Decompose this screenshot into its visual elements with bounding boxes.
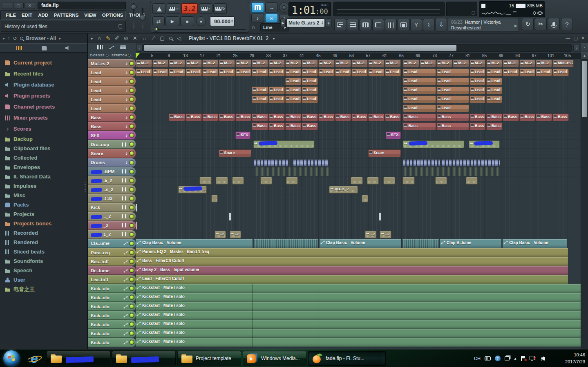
track-enable-led[interactable] — [130, 62, 134, 65]
browser-item[interactable]: Rendered — [0, 238, 83, 247]
vertical-scroll-thumb[interactable] — [582, 61, 587, 117]
browser-item[interactable]: Speech — [0, 266, 83, 275]
track-enable-led[interactable] — [130, 170, 134, 173]
browser-item[interactable]: Projects bones — [0, 219, 83, 228]
playlist-clip[interactable]: Kickstart - Mute / solo — [136, 293, 581, 302]
song-position-panel[interactable] — [333, 2, 445, 16]
playlist-clip[interactable]: M..2 — [169, 60, 185, 67]
track-enable-led[interactable] — [130, 278, 134, 281]
playlist-clip[interactable]: Bass — [285, 113, 302, 121]
playlist-clip[interactable]: Lead — [302, 78, 318, 85]
pencil-tool-icon[interactable]: ✎ — [106, 35, 110, 41]
playlist-clip[interactable] — [199, 177, 211, 185]
menu-item-view[interactable]: VIEW — [81, 13, 99, 18]
playlist-clip[interactable]: Lead — [252, 87, 268, 94]
track-header[interactable]: _2 — [88, 221, 136, 230]
track-enable-led[interactable] — [130, 242, 134, 245]
playlist-clip[interactable] — [402, 177, 414, 185]
playlist-clip[interactable] — [229, 213, 231, 220]
master-pitch-slider[interactable] — [133, 3, 134, 29]
playlist-clip[interactable]: M..2 — [403, 60, 419, 67]
shuffle-slider[interactable] — [154, 29, 246, 30]
menu-item-add[interactable]: ADD — [35, 13, 51, 18]
track-header[interactable]: Kick..olo — [88, 284, 136, 293]
playlist-clip[interactable]: Bass — [436, 122, 469, 130]
link-button[interactable]: ∞ — [265, 13, 278, 22]
tray-windows-icon[interactable] — [505, 356, 510, 360]
track-enable-led[interactable] — [130, 80, 134, 83]
playlist-clip[interactable]: Lead — [470, 69, 486, 76]
action-center-icon[interactable]: ✕ — [521, 356, 525, 361]
browser-item[interactable]: Projects — [0, 209, 83, 219]
track-enable-led[interactable] — [130, 340, 134, 344]
track-header[interactable]: Dru..oop — [88, 140, 136, 149]
playlist-clip[interactable]: Bass — [503, 113, 519, 121]
track-header[interactable]: Kick — [88, 203, 136, 212]
playlist-clip[interactable] — [351, 177, 362, 185]
song-mode-button[interactable]: → — [265, 2, 278, 13]
snap-magnet-icon[interactable]: ∩ — [98, 35, 101, 41]
toggle-step-sequencer-button[interactable] — [347, 19, 359, 31]
playlist-clip[interactable]: Lead — [252, 69, 268, 76]
track-enable-led[interactable] — [130, 151, 134, 155]
browser-item[interactable]: Recent files — [0, 68, 83, 79]
playlist-clip[interactable]: M..2 — [152, 60, 169, 67]
playlist-clip[interactable]: Lead — [403, 69, 436, 76]
playlist-clip[interactable]: Lead — [403, 87, 436, 94]
playlist-clip[interactable]: Lead — [351, 69, 368, 76]
playlist-clip[interactable]: Lead — [285, 96, 302, 103]
main-volume-knob[interactable] — [279, 2, 289, 13]
maximize-icon[interactable]: ▢ — [13, 2, 24, 9]
playlist-clip[interactable] — [260, 177, 272, 185]
download-icon[interactable]: ⇩ — [436, 18, 447, 31]
pattern-selector[interactable]: Mute G..ars 2▲▼ — [286, 18, 325, 27]
playlist-clip[interactable]: ↦..2 — [365, 231, 376, 238]
browser-item[interactable]: Soundfonts — [0, 256, 83, 266]
playlist-clip[interactable]: Lead — [302, 96, 318, 103]
playlist-clip[interactable] — [403, 160, 440, 166]
playlist-clip[interactable]: Bass — [385, 113, 401, 121]
track-enable-led[interactable] — [130, 269, 134, 272]
menu-item-file[interactable]: FILE — [3, 13, 19, 18]
playlist-clip[interactable] — [232, 177, 244, 185]
play-button[interactable]: ▶ — [165, 16, 179, 26]
menu-item-patterns[interactable]: PATTERNS — [51, 13, 81, 18]
track-enable-led[interactable] — [130, 206, 134, 209]
track-header[interactable]: Bass♪ — [88, 113, 136, 122]
slice-tool-icon[interactable]: ⟋ — [152, 35, 155, 42]
playlist-clip[interactable]: Lead — [436, 78, 469, 85]
automation-clips-tab-icon[interactable] — [109, 45, 114, 49]
track-enable-led[interactable] — [130, 107, 134, 110]
playlist-clip[interactable]: Lead — [486, 69, 503, 76]
track-header[interactable]: Kick..olo — [88, 329, 136, 338]
playlist-clip[interactable] — [435, 177, 447, 185]
volume-knob[interactable] — [140, 15, 145, 20]
wait-for-input-button[interactable]: ◷ — [167, 3, 180, 14]
playlist-clip[interactable]: M..2 — [302, 60, 318, 67]
playlist-clip[interactable]: Lead — [152, 69, 169, 76]
pitch-knob[interactable] — [131, 4, 136, 10]
scroll-left-button[interactable]: ‹ — [136, 44, 143, 52]
playlist-clip[interactable]: Bass — [403, 113, 436, 121]
menu-item-edit[interactable]: EDIT — [19, 13, 35, 18]
playlist-clip[interactable]: Lead — [436, 96, 469, 103]
track-header[interactable]: 1_2 — [88, 230, 136, 239]
playhead-marker[interactable] — [136, 53, 140, 59]
playlist-clip[interactable]: Snare — [219, 149, 251, 157]
playlist-clip[interactable]: M..2 — [519, 60, 536, 67]
tray-help-icon[interactable]: ? — [495, 356, 501, 361]
track-header[interactable]: De..lume — [88, 266, 136, 275]
zoom-tool-icon[interactable] — [169, 37, 172, 40]
close-icon[interactable]: ✕ — [25, 2, 35, 9]
track-enable-led[interactable] — [130, 323, 134, 326]
internet-explorer-button[interactable]: e — [25, 351, 43, 366]
record-button[interactable]: ● — [196, 16, 206, 26]
language-indicator[interactable]: CH — [474, 356, 481, 361]
track-header[interactable]: Lead♪ — [88, 104, 136, 113]
playlist-clip[interactable]: Lead — [202, 69, 219, 76]
browser-item[interactable]: Backup — [0, 134, 83, 144]
track-enable-led[interactable] — [130, 287, 134, 290]
playlist-clip[interactable]: M..2 — [351, 60, 368, 67]
playlist-clip[interactable]: Snare — [368, 149, 401, 157]
track-enable-led[interactable] — [130, 179, 134, 182]
